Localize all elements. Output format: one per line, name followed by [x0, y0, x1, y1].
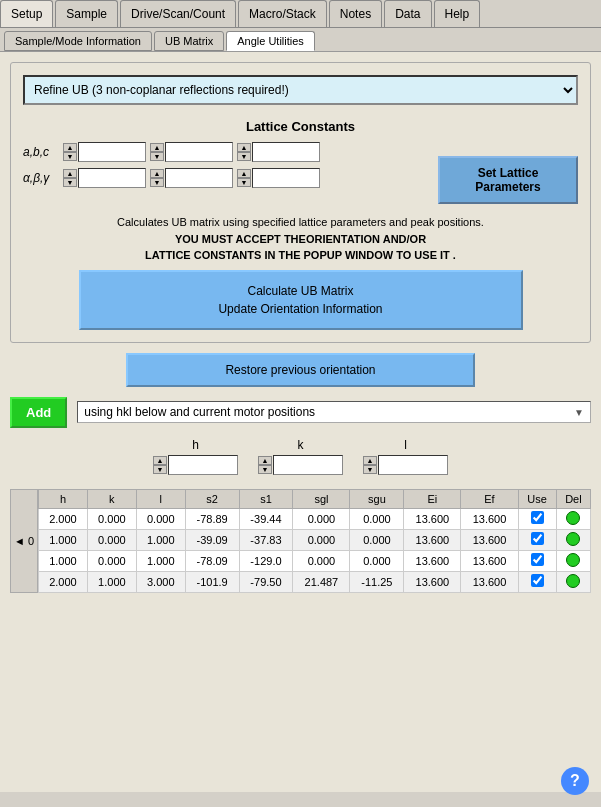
spinbox-k-arrows: ▲ ▼: [258, 456, 272, 474]
spinbox-l-down[interactable]: ▼: [363, 465, 377, 474]
spinbox-b-down[interactable]: ▼: [150, 152, 164, 161]
input-k[interactable]: 1.000: [273, 455, 343, 475]
delete-button-row1[interactable]: [566, 532, 580, 546]
input-alpha[interactable]: 90.0000: [78, 168, 146, 188]
spinbox-a: ▲ ▼ 3.8600: [63, 142, 146, 162]
input-b[interactable]: 3.8600: [165, 142, 233, 162]
cell-s1-row0: -39.44: [239, 508, 293, 529]
cell-del-row3: [556, 571, 590, 592]
cell-k-row3: 1.000: [87, 571, 136, 592]
cell-use-row3: [518, 571, 556, 592]
hkl-group-k: k ▲ ▼ 1.000: [258, 438, 343, 475]
hkl-inputs: h ▲ ▼ 2.000 k ▲ ▼ 1.000 l: [10, 438, 591, 475]
spinbox-gamma-arrows: ▲ ▼: [237, 169, 251, 187]
col-l: l: [136, 489, 185, 508]
help-button[interactable]: ?: [561, 767, 589, 795]
table-row: 1.0000.0001.000-78.09-129.00.0000.00013.…: [39, 550, 591, 571]
checkbox-use-row0[interactable]: [531, 511, 544, 524]
tab-sample-mode[interactable]: Sample/Mode Information: [4, 31, 152, 51]
delete-button-row0[interactable]: [566, 511, 580, 525]
spinbox-alpha-down[interactable]: ▼: [63, 178, 77, 187]
input-gamma[interactable]: 90.0000: [252, 168, 320, 188]
cell-s2-row2: -78.09: [185, 550, 239, 571]
main-content: Refine UB (3 non-coplanar reflections re…: [0, 52, 601, 792]
cell-s2-row3: -101.9: [185, 571, 239, 592]
cell-Ei-row2: 13.600: [404, 550, 461, 571]
restore-orientation-button[interactable]: Restore previous orientation: [126, 353, 475, 387]
label-k: k: [298, 438, 304, 452]
spinbox-a-down[interactable]: ▼: [63, 152, 77, 161]
tab-ub-matrix[interactable]: UB Matrix: [154, 31, 224, 51]
spinbox-l-arrows: ▲ ▼: [363, 456, 377, 474]
col-s2: s2: [185, 489, 239, 508]
spinbox-gamma-up[interactable]: ▲: [237, 169, 251, 178]
cell-s1-row3: -79.50: [239, 571, 293, 592]
menu-macro-stack[interactable]: Macro/Stack: [238, 0, 327, 27]
spinbox-alpha-up[interactable]: ▲: [63, 169, 77, 178]
info-line3: LATTICE CONSTANTS IN THE POPUP WINDOW TO…: [23, 247, 578, 264]
menu-data[interactable]: Data: [384, 0, 431, 27]
cell-Ei-row1: 13.600: [404, 529, 461, 550]
calc-btn-line1: Calculate UB Matrix: [247, 284, 353, 298]
spinbox-k-up[interactable]: ▲: [258, 456, 272, 465]
hkl-group-h: h ▲ ▼ 2.000: [153, 438, 238, 475]
cell-del-row0: [556, 508, 590, 529]
cell-Ef-row0: 13.600: [461, 508, 518, 529]
col-ei: Ei: [404, 489, 461, 508]
spinbox-b-up[interactable]: ▲: [150, 143, 164, 152]
cell-Ei-row3: 13.600: [404, 571, 461, 592]
lattice-controls: a,b,c ▲ ▼ 3.8600 ▲ ▼ 3.8600: [23, 142, 578, 204]
menu-setup[interactable]: Setup: [0, 0, 53, 27]
spinbox-b-arrows: ▲ ▼: [150, 143, 164, 161]
spinbox-l-up[interactable]: ▲: [363, 456, 377, 465]
label-l: l: [404, 438, 407, 452]
menu-notes[interactable]: Notes: [329, 0, 382, 27]
cell-Ei-row0: 13.600: [404, 508, 461, 529]
col-sgl: sgl: [293, 489, 350, 508]
sidebar-toggle[interactable]: ◄ 0: [10, 489, 38, 593]
calculate-ub-button[interactable]: Calculate UB Matrix Update Orientation I…: [79, 270, 523, 330]
table-wrapper: h k l s2 s1 sgl sgu Ei Ef Use Del 2.0000…: [38, 489, 591, 593]
cell-h-row0: 2.000: [39, 508, 88, 529]
spinbox-h-down[interactable]: ▼: [153, 465, 167, 474]
input-a[interactable]: 3.8600: [78, 142, 146, 162]
cell-s2-row1: -39.09: [185, 529, 239, 550]
spinbox-h-up[interactable]: ▲: [153, 456, 167, 465]
delete-button-row3[interactable]: [566, 574, 580, 588]
cell-l-row3: 3.000: [136, 571, 185, 592]
input-l[interactable]: 3.000: [378, 455, 448, 475]
table-area: ◄ 0 h k l s2 s1 sgl sgu Ei Ef Use: [10, 489, 591, 593]
spinbox-l: ▲ ▼ 3.000: [363, 455, 448, 475]
menu-drive-scan-count[interactable]: Drive/Scan/Count: [120, 0, 236, 27]
checkbox-use-row1[interactable]: [531, 532, 544, 545]
spinbox-k-down[interactable]: ▼: [258, 465, 272, 474]
input-h[interactable]: 2.000: [168, 455, 238, 475]
lattice-row-angles: α,β,γ ▲ ▼ 90.0000 ▲ ▼ 90.0000: [23, 168, 424, 188]
set-lattice-button[interactable]: Set Lattice Parameters: [438, 156, 578, 204]
info-line2: YOU MUST ACCEPT THEORIENTATION AND/OR: [23, 231, 578, 248]
cell-sgu-row3: -11.25: [350, 571, 404, 592]
refine-dropdown[interactable]: Refine UB (3 non-coplanar reflections re…: [23, 75, 578, 105]
checkbox-use-row3[interactable]: [531, 574, 544, 587]
spinbox-beta-up[interactable]: ▲: [150, 169, 164, 178]
spinbox-gamma-down[interactable]: ▼: [237, 178, 251, 187]
menu-help[interactable]: Help: [434, 0, 481, 27]
cell-Ef-row2: 13.600: [461, 550, 518, 571]
spinbox-beta-down[interactable]: ▼: [150, 178, 164, 187]
cell-sgl-row2: 0.000: [293, 550, 350, 571]
col-s1: s1: [239, 489, 293, 508]
delete-button-row2[interactable]: [566, 553, 580, 567]
data-table: h k l s2 s1 sgl sgu Ei Ef Use Del 2.0000…: [38, 489, 591, 593]
hkl-mode-dropdown[interactable]: using hkl below and current motor positi…: [77, 401, 591, 423]
input-beta[interactable]: 90.0000: [165, 168, 233, 188]
checkbox-use-row2[interactable]: [531, 553, 544, 566]
input-c[interactable]: 11.6800: [252, 142, 320, 162]
spinbox-c-up[interactable]: ▲: [237, 143, 251, 152]
lattice-inputs: a,b,c ▲ ▼ 3.8600 ▲ ▼ 3.8600: [23, 142, 424, 194]
spinbox-c-down[interactable]: ▼: [237, 152, 251, 161]
tab-angle-utilities[interactable]: Angle Utilities: [226, 31, 315, 51]
menu-sample[interactable]: Sample: [55, 0, 118, 27]
spinbox-a-up[interactable]: ▲: [63, 143, 77, 152]
cell-h-row1: 1.000: [39, 529, 88, 550]
add-button[interactable]: Add: [10, 397, 67, 428]
